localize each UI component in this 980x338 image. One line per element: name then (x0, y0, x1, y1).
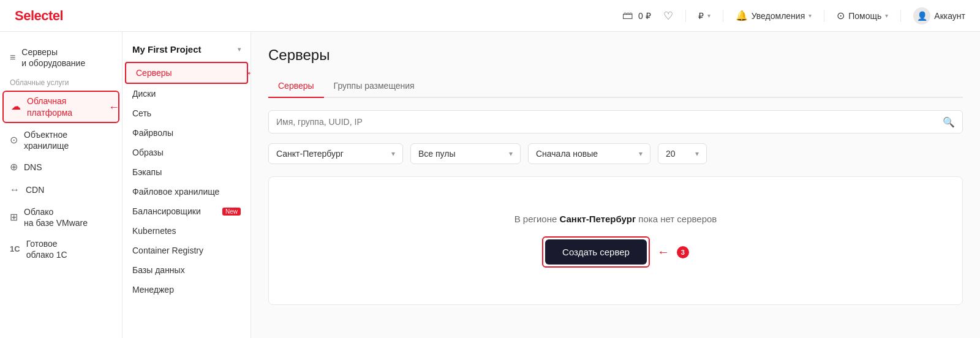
tab-placement-groups[interactable]: Группы размещения (324, 76, 424, 98)
annotation-badge-3: 3 (677, 246, 689, 258)
sidebar-item-label: Готовоеоблако 1С (26, 238, 67, 260)
create-server-button[interactable]: Создать сервер (545, 239, 647, 265)
region-filter[interactable]: Санкт-Петербург ▾ (268, 143, 403, 164)
sidebar-item-cloud-platform-wrapper: ☁ Облачнаяплатформа ← 1 (0, 91, 122, 122)
mid-sidebar-item-network[interactable]: Сеть (123, 103, 251, 123)
sidebar-item-1c[interactable]: 1С Готовоеоблако 1С (0, 233, 122, 265)
create-btn-annotation-border: Создать сервер (542, 236, 650, 268)
help-label: Помощь (848, 11, 881, 21)
create-button-wrapper: Создать сервер ← 3 (542, 236, 689, 268)
disks-label: Диски (132, 89, 156, 99)
sidebar-item-label: Облакона базе VMware (24, 206, 88, 228)
sort-value: Сначала новые (536, 149, 598, 159)
notifications-chevron-icon: ▾ (809, 12, 812, 19)
count-value: 20 (666, 149, 676, 159)
account-avatar: 👤 (913, 7, 930, 24)
header: Selectel 🗃 0 ₽ ♡ ₽ ▾ 🔔 Уведомления ▾ ⊙ П… (0, 0, 980, 32)
mid-sidebar-item-firewalls[interactable]: Файрволы (123, 123, 251, 143)
project-chevron-icon[interactable]: ▾ (238, 46, 241, 53)
server-icon: ≡ (10, 51, 15, 64)
mid-sidebar-item-images[interactable]: Образы (123, 143, 251, 162)
container-registry-label: Container Registry (132, 246, 203, 255)
project-name: My First Project (132, 44, 202, 54)
annotation-2-group: ← 2 (246, 67, 251, 80)
tab-servers[interactable]: Серверы (268, 76, 324, 98)
network-label: Сеть (132, 108, 151, 118)
help-icon: ⊙ (837, 10, 845, 21)
sort-filter[interactable]: Сначала новые ▾ (528, 143, 650, 164)
arrow-left-3-icon: ← (657, 245, 669, 259)
bell-icon: 🔔 (736, 10, 748, 21)
page-title: Серверы (268, 47, 963, 64)
search-input[interactable] (276, 111, 943, 133)
arrow-left-2-icon: ← (246, 67, 251, 80)
mid-sidebar-item-balancers[interactable]: Балансировщики New (123, 201, 251, 221)
balance-section[interactable]: 🗃 0 ₽ (622, 9, 651, 22)
cloud-section-title: Облачные услуги (0, 73, 122, 89)
project-header: My First Project ▾ (123, 42, 251, 62)
sidebar-item-object-storage[interactable]: ⊙ Объектноехранилище (0, 124, 122, 156)
servers-label: Серверы (136, 68, 172, 78)
pools-chevron-icon: ▾ (509, 149, 513, 158)
sidebar-item-cdn[interactable]: ↔ CDN (0, 179, 122, 201)
cloud-icon: ☁ (11, 100, 21, 113)
object-storage-icon: ⊙ (10, 134, 18, 147)
chevron-down-icon: ▾ (707, 12, 710, 19)
divider2 (723, 10, 723, 22)
sort-chevron-icon: ▾ (639, 149, 643, 158)
sidebar-item-cloud-platform[interactable]: ☁ Облачнаяплатформа (2, 91, 119, 122)
arrow-left-icon: ← (108, 100, 119, 113)
sidebar-item-label: CDN (26, 184, 44, 195)
sidebar-item-label: Облачнаяплатформа (27, 96, 72, 118)
help-btn[interactable]: ⊙ Помощь ▾ (837, 10, 888, 21)
wallet-icon: 🗃 (622, 9, 633, 22)
currency-selector[interactable]: ₽ ▾ (698, 11, 710, 21)
divider4 (900, 10, 901, 22)
balancers-label: Балансировщики (132, 206, 201, 216)
search-icon: 🔍 (943, 116, 955, 128)
cdn-icon: ↔ (10, 184, 20, 197)
vmware-icon: ⊞ (10, 211, 18, 224)
backups-label: Бэкапы (132, 167, 162, 177)
pools-filter[interactable]: Все пулы ▾ (410, 143, 521, 164)
1c-icon: 1С (10, 244, 20, 255)
logo-text: Selectel (15, 8, 63, 24)
tabs-bar: Серверы Группы размещения (268, 76, 963, 98)
mid-sidebar-item-databases[interactable]: Базы данных (123, 260, 251, 280)
sidebar-item-vmware[interactable]: ⊞ Облакона базе VMware (0, 201, 122, 233)
main-content: Серверы Серверы Группы размещения 🔍 Санк… (251, 32, 980, 338)
mid-sidebar: My First Project ▾ Серверы ← 2 Диски Сет… (123, 32, 251, 338)
empty-state-card: В регионе Санкт-Петербург пока нет серве… (268, 176, 963, 305)
file-storage-label: Файловое хранилище (132, 187, 219, 197)
mid-sidebar-item-servers[interactable]: Серверы (125, 62, 248, 84)
logo[interactable]: Selectel (15, 8, 63, 24)
notifications-btn[interactable]: 🔔 Уведомления ▾ (736, 10, 812, 21)
sidebar-item-dns[interactable]: ⊕ DNS (0, 156, 122, 179)
balance-value: 0 ₽ (638, 11, 651, 21)
account-label: Аккаунт (934, 11, 965, 21)
count-filter[interactable]: 20 ▾ (658, 143, 707, 164)
layout: ≡ Серверыи оборудование Облачные услуги … (0, 32, 980, 338)
filters-row: Санкт-Петербург ▾ Все пулы ▾ Сначала нов… (268, 143, 963, 164)
mid-sidebar-item-disks[interactable]: Диски (123, 84, 251, 103)
help-chevron-icon: ▾ (885, 12, 888, 19)
new-badge: New (222, 208, 241, 216)
mid-sidebar-item-container-registry[interactable]: Container Registry (123, 241, 251, 260)
mid-sidebar-item-kubernetes[interactable]: Kubernetes (123, 221, 251, 241)
notifications-label: Уведомления (752, 11, 805, 21)
sidebar-item-label: Серверыи оборудование (21, 47, 85, 69)
heart-icon-btn[interactable]: ♡ (663, 9, 673, 23)
mid-sidebar-item-backups[interactable]: Бэкапы (123, 162, 251, 182)
mid-sidebar-servers-wrapper: Серверы ← 2 (123, 62, 251, 84)
sidebar-item-label: DNS (24, 162, 42, 173)
dns-icon: ⊕ (10, 161, 18, 174)
pools-value: Все пулы (418, 149, 456, 159)
search-bar: 🔍 (268, 110, 963, 133)
sidebar-item-servers-hardware[interactable]: ≡ Серверыи оборудование (0, 42, 122, 73)
annotation-1-group: ← 1 (108, 100, 123, 113)
kubernetes-label: Kubernetes (132, 226, 176, 236)
mid-sidebar-item-file-storage[interactable]: Файловое хранилище (123, 182, 251, 201)
mid-sidebar-item-manager[interactable]: Менеджер (123, 280, 251, 299)
left-sidebar: ≡ Серверыи оборудование Облачные услуги … (0, 32, 123, 338)
account-btn[interactable]: 👤 Аккаунт (913, 7, 965, 24)
